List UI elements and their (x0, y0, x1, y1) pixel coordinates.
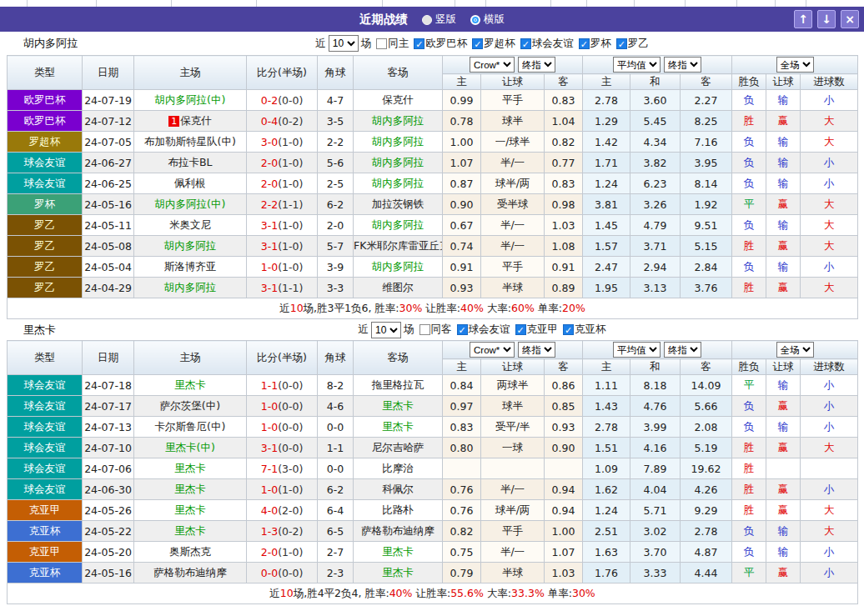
full-time-score: 2-0 (261, 157, 278, 169)
column-header: 日期 (83, 341, 134, 375)
vertical-layout-radio[interactable] (422, 15, 432, 25)
result-goals: 大 (801, 111, 858, 132)
avg-away: 9.29 (681, 500, 732, 521)
sub-column-header: 让球 (766, 74, 801, 90)
horizontal-layout-radio[interactable] (470, 15, 480, 25)
full-time-score: 0-2 (261, 94, 278, 107)
result-outcome: 胜 (732, 458, 766, 479)
summary-label: 近 (269, 587, 280, 599)
full-time-score: 3-1 (261, 219, 278, 232)
home-team: 胡内多阿拉(中) (134, 194, 247, 215)
bookmaker-select[interactable]: Crow* (470, 57, 515, 73)
result-outcome: 负 (732, 257, 766, 278)
match-row: 球会友谊24-06-27布拉卡BL2-0(1-0)5-6胡内多阿拉1.07半/一… (8, 153, 858, 173)
full-time-score: 1-0 (261, 400, 278, 413)
match-date: 24-07-10 (83, 438, 134, 458)
half-time-score: (1-0) (278, 136, 303, 148)
score: 1-0(0-0) (247, 417, 318, 438)
score: 1-3(0-2) (247, 521, 318, 542)
match-row: 克亚杯24-05-16萨格勒布迪纳摩0-0(0-0)2-3里杰卡0.79半球1.… (8, 563, 858, 583)
away-team: FK米耶尔库雷亚丘克 (354, 236, 443, 257)
league-badge: 罗乙 (8, 236, 83, 257)
column-header: 角球 (318, 56, 354, 90)
result-outcome: 负 (732, 132, 766, 153)
average-select[interactable]: 平均值 (613, 57, 661, 73)
avg-draw: 4.04 (630, 479, 681, 500)
avg-away: 2.08 (681, 417, 732, 438)
result-goals: 小 (801, 173, 858, 194)
result-goals (801, 458, 858, 479)
league-badge: 克亚杯 (8, 563, 83, 583)
same-venue-checkbox[interactable] (376, 38, 387, 49)
avg-away: 9.51 (681, 215, 732, 236)
half-time-score: (2-0) (278, 504, 303, 517)
match-row: 球会友谊24-06-25佩利根2-0(1-0)2-5胡内多阿拉0.87球半/两0… (8, 173, 858, 194)
result-handicap: 输 (766, 417, 801, 438)
avg-home: 1.11 (583, 375, 630, 396)
league-filter-checkbox[interactable]: ✓ (579, 38, 590, 49)
league-badge: 球会友谊 (8, 479, 83, 500)
away-team-name: 加拉茨钢铁 (372, 198, 424, 210)
handicap: 半球 (481, 278, 545, 298)
half-time-score: (0-2) (278, 115, 303, 128)
away-team-name: 尼尔吉哈萨 (372, 441, 424, 453)
away-team-name: 比路朴 (382, 503, 414, 516)
league-filter-checkbox[interactable]: ✓ (457, 324, 468, 335)
corners: 0-0 (318, 417, 354, 438)
match-row: 球会友谊24-06-30里杰卡1-0(1-0)6-2科佩尔0.76半/一0.94… (8, 479, 858, 500)
handicap: 半/一 (481, 153, 545, 173)
average-select[interactable]: 平均值 (613, 342, 661, 358)
result-handicap (766, 458, 801, 479)
sub-column-header: 让球 (481, 74, 545, 90)
bookmaker-select[interactable]: Crow* (470, 342, 515, 358)
league-filter-checkbox[interactable]: ✓ (472, 38, 483, 49)
column-header: 类型 (8, 56, 83, 90)
league-filter-checkbox[interactable]: ✓ (520, 38, 531, 49)
corners: 4-7 (318, 90, 354, 111)
header-select-row: 类型日期主场比分(半场)角球客场Crow*终指平均值终指全场 (8, 56, 858, 74)
avg-home: 1.57 (583, 236, 630, 257)
match-count-select[interactable]: 10 (371, 322, 401, 338)
move-up-button[interactable]: ↑ (794, 10, 812, 28)
league-badge: 球会友谊 (8, 438, 83, 458)
move-down-button[interactable]: ↓ (817, 10, 836, 28)
home-team-name: 里杰卡 (174, 483, 206, 495)
match-count-select[interactable]: 10 (329, 35, 359, 52)
league-filter-label: 克亚甲 (527, 323, 559, 337)
avg-away: 19.62 (681, 458, 732, 479)
league-filter-checkbox[interactable]: ✓ (616, 38, 627, 49)
league-filter-checkbox[interactable]: ✓ (563, 324, 574, 335)
match-row: 罗杯24-05-16胡内多阿拉(中)2-2(1-1)6-2加拉茨钢铁0.90受半… (8, 194, 858, 215)
summary-text: 近10场,胜3平1负6, 胜率:30% 让胜率:40% 大率:60% 单率:20… (8, 298, 858, 319)
league-badge: 球会友谊 (8, 173, 83, 194)
half-time-score: (1-0) (278, 546, 303, 558)
score: 1-0(1-0) (247, 257, 318, 278)
league-filter-checkbox[interactable]: ✓ (414, 38, 424, 49)
summary-row: 近10场,胜4平2负4, 胜率:40% 让胜率:55.6% 大率:33.3% 单… (8, 583, 858, 604)
half-time-score: (0-0) (278, 421, 303, 433)
match-date: 24-07-18 (83, 375, 134, 396)
odds-stage-select[interactable]: 终指 (518, 57, 555, 73)
away-odds: 0.83 (545, 90, 583, 111)
away-team-name: 胡内多阿拉 (372, 260, 424, 273)
column-header: 客场 (354, 341, 443, 375)
home-team: 萨格勒布迪纳摩 (134, 563, 247, 583)
avg-stage-select[interactable]: 终指 (664, 57, 701, 73)
same-venue-checkbox[interactable] (419, 324, 430, 335)
league-badge: 罗乙 (8, 257, 83, 278)
avg-home: 2.78 (583, 417, 630, 438)
avg-stage-select[interactable]: 终指 (664, 342, 701, 358)
scope-select[interactable]: 全场 (776, 342, 814, 358)
close-button[interactable]: × (841, 10, 859, 28)
league-badge: 罗乙 (8, 215, 83, 236)
full-time-score: 1-1 (261, 379, 278, 392)
result-handicap: 输 (766, 215, 801, 236)
odds-stage-select[interactable]: 终指 (518, 342, 555, 358)
avg-home: 1.51 (583, 438, 630, 458)
league-filter-checkbox[interactable]: ✓ (515, 324, 526, 335)
league-filter-label: 克亚杯 (575, 323, 606, 337)
half-time-score: (0-0) (278, 442, 303, 454)
match-date: 24-07-19 (83, 90, 134, 111)
league-filter-label: 罗超杯 (484, 37, 515, 51)
scope-select[interactable]: 全场 (776, 57, 814, 73)
